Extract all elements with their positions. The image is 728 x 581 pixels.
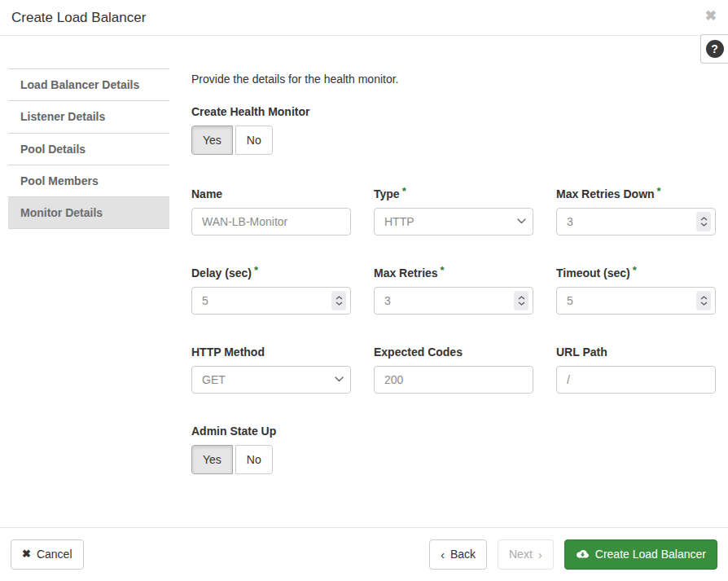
admin-state-up-toggle: Yes No xyxy=(191,445,717,474)
name-input[interactable] xyxy=(191,208,351,235)
footer-actions: ‹ Back Next › Create Load Balancer xyxy=(429,539,717,570)
sidebar-item-listener-details[interactable]: Listener Details xyxy=(8,101,169,133)
modal-footer: ✖ Cancel ‹ Back Next › Create Load Balan… xyxy=(0,527,728,581)
required-asterisk: * xyxy=(254,264,258,276)
spinner-up-icon xyxy=(335,296,343,300)
max-retries-down-input[interactable] xyxy=(556,208,716,235)
cancel-button[interactable]: ✖ Cancel xyxy=(11,539,84,569)
chevron-right-icon: › xyxy=(538,547,542,563)
panel-description: Provide the details for the health monit… xyxy=(191,68,717,86)
create-health-monitor-no-button[interactable]: No xyxy=(235,125,273,155)
number-spinner[interactable] xyxy=(514,291,528,310)
form-row-3: HTTP Method GET Expected Codes URL Path xyxy=(191,346,717,394)
spinner-down-icon xyxy=(700,222,708,227)
sidebar-item-monitor-details[interactable]: Monitor Details xyxy=(8,197,169,228)
expected-codes-label: Expected Codes xyxy=(374,346,533,359)
form-row-1: Name Type* HTTP Max Retries Down* xyxy=(191,187,717,235)
back-button[interactable]: ‹ Back xyxy=(429,539,487,570)
required-asterisk: * xyxy=(633,264,637,276)
type-select[interactable]: HTTP xyxy=(374,208,533,235)
spinner-up-icon xyxy=(700,217,708,221)
help-icon: ? xyxy=(706,40,724,58)
create-health-monitor-yes-button[interactable]: Yes xyxy=(191,125,233,155)
monitor-details-panel: Provide the details for the health monit… xyxy=(191,68,717,507)
sidebar-item-pool-details[interactable]: Pool Details xyxy=(8,134,169,165)
create-health-monitor-toggle: Yes No xyxy=(191,125,717,155)
x-icon: ✖ xyxy=(22,548,31,561)
required-asterisk: * xyxy=(441,264,445,276)
url-path-label: URL Path xyxy=(556,346,716,359)
max-retries-input[interactable] xyxy=(374,287,533,315)
type-label: Type* xyxy=(374,187,533,200)
close-icon[interactable]: ✖ xyxy=(705,9,717,23)
url-path-input[interactable] xyxy=(556,366,716,394)
sidebar-item-load-balancer-details[interactable]: Load Balancer Details xyxy=(8,69,169,101)
spinner-down-icon xyxy=(700,302,708,306)
admin-state-up-yes-button[interactable]: Yes xyxy=(191,445,233,474)
http-method-label: HTTP Method xyxy=(191,346,351,359)
help-button[interactable]: ? xyxy=(700,34,728,64)
admin-state-up-no-button[interactable]: No xyxy=(235,445,273,474)
create-load-balancer-button[interactable]: Create Load Balancer xyxy=(564,539,717,569)
name-label: Name xyxy=(191,187,351,200)
wizard-step-list: Load Balancer Details Listener Details P… xyxy=(8,68,169,229)
max-retries-label: Max Retries* xyxy=(374,266,533,279)
number-spinner[interactable] xyxy=(331,291,346,310)
number-spinner[interactable] xyxy=(696,291,711,310)
number-spinner[interactable] xyxy=(696,212,711,231)
cloud-upload-icon xyxy=(576,549,590,560)
expected-codes-input[interactable] xyxy=(374,366,533,394)
create-health-monitor-label: Create Health Monitor xyxy=(191,105,717,118)
spinner-down-icon xyxy=(518,302,525,306)
max-retries-down-label: Max Retries Down* xyxy=(556,187,716,200)
required-asterisk: * xyxy=(657,185,661,197)
timeout-label: Timeout (sec)* xyxy=(556,266,716,279)
chevron-left-icon: ‹ xyxy=(441,547,445,563)
timeout-input[interactable] xyxy=(556,287,716,315)
admin-state-up-label: Admin State Up xyxy=(191,425,717,438)
spinner-up-icon xyxy=(518,296,525,300)
sidebar-item-pool-members[interactable]: Pool Members xyxy=(8,165,169,197)
modal-header: Create Load Balancer ✖ xyxy=(0,0,728,36)
http-method-select[interactable]: GET xyxy=(191,366,351,394)
delay-input[interactable] xyxy=(191,287,351,315)
spinner-up-icon xyxy=(700,296,708,300)
modal-title: Create Load Balancer xyxy=(11,10,146,26)
next-button[interactable]: Next › xyxy=(498,539,554,570)
spinner-down-icon xyxy=(335,302,343,306)
delay-label: Delay (sec)* xyxy=(191,266,351,279)
form-row-2: Delay (sec)* Max Retries* Timeout (sec)* xyxy=(191,266,717,315)
required-asterisk: * xyxy=(402,185,406,197)
